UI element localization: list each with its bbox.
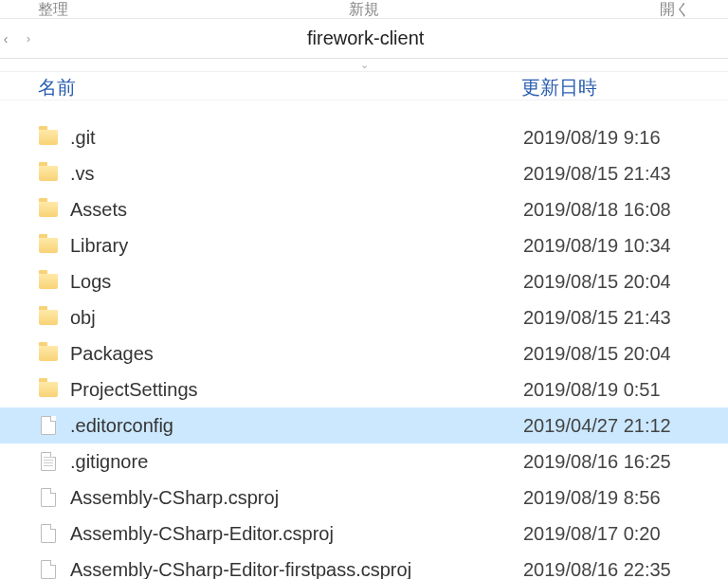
file-row[interactable]: ProjectSettings2019/08/19 0:51: [0, 371, 728, 407]
file-row[interactable]: Packages2019/08/15 20:04: [0, 335, 728, 371]
subheader: ⌄: [0, 59, 728, 72]
folder-icon: [38, 127, 59, 148]
file-row[interactable]: Assembly-CSharp.csproj2019/08/19 8:56: [0, 479, 728, 516]
file-date: 2019/08/15 21:43: [523, 163, 728, 185]
file-date: 2019/08/19 0:51: [523, 379, 728, 401]
file-row[interactable]: Assembly-CSharp-Editor.csproj2019/08/17 …: [0, 516, 728, 552]
folder-icon: [38, 379, 59, 400]
file-name: .gitignore: [70, 451, 523, 473]
folder-icon: [38, 307, 59, 328]
file-row[interactable]: Library2019/08/19 10:34: [0, 227, 728, 263]
file-row[interactable]: obj2019/08/15 21:43: [0, 299, 728, 335]
breadcrumb-current[interactable]: firework-client: [294, 24, 433, 53]
breadcrumb-back-icon: ‹: [2, 31, 9, 46]
file-row[interactable]: Logs2019/08/15 20:04: [0, 263, 728, 299]
file-date: 2019/08/15 21:43: [523, 307, 728, 329]
file-icon: [38, 415, 59, 436]
file-name: Packages: [70, 343, 523, 365]
file-date: 2019/08/19 8:56: [523, 487, 728, 509]
file-date: 2019/08/17 0:20: [523, 523, 728, 545]
file-name: Logs: [70, 271, 523, 293]
ribbon-bar: 整理 新規 開く: [0, 0, 728, 19]
file-name: ProjectSettings: [70, 379, 523, 401]
file-name: Assembly-CSharp-Editor-firstpass.csproj: [70, 559, 523, 580]
file-date: 2019/08/16 16:25: [523, 451, 728, 473]
file-row[interactable]: .git2019/08/19 9:16: [0, 119, 728, 155]
file-icon: [38, 451, 59, 472]
file-date: 2019/08/15 20:04: [523, 271, 728, 293]
file-name: Assets: [70, 199, 523, 221]
breadcrumb[interactable]: ‹ › firework-client: [0, 19, 728, 59]
file-name: .git: [70, 127, 523, 149]
file-row[interactable]: Assembly-CSharp-Editor-firstpass.csproj2…: [0, 552, 728, 579]
file-date: 2019/08/19 10:34: [523, 235, 728, 257]
breadcrumb-current-label: firework-client: [307, 27, 424, 49]
file-date: 2019/08/15 20:04: [523, 343, 728, 365]
ribbon-group-open[interactable]: 開く: [660, 0, 690, 18]
file-name: Assembly-CSharp-Editor.csproj: [70, 523, 523, 545]
file-icon: [38, 523, 59, 544]
ribbon-group-organize[interactable]: 整理: [38, 0, 68, 18]
file-name: obj: [70, 307, 523, 329]
folder-icon: [38, 199, 59, 220]
file-list: .git2019/08/19 9:16.vs2019/08/15 21:43As…: [0, 119, 728, 579]
file-name: .editorconfig: [70, 415, 523, 437]
file-date: 2019/08/16 22:35: [523, 559, 728, 580]
column-header-name[interactable]: 名前: [38, 75, 521, 100]
file-name: Library: [70, 235, 523, 257]
chevron-down-icon[interactable]: ⌄: [360, 59, 369, 71]
file-icon: [38, 559, 59, 579]
file-name: .vs: [70, 163, 523, 185]
file-row[interactable]: .vs2019/08/15 21:43: [0, 155, 728, 191]
folder-icon: [38, 163, 59, 184]
ribbon-group-new[interactable]: 新規: [349, 0, 379, 18]
column-headers: 名前 更新日時: [0, 72, 728, 100]
file-row[interactable]: .editorconfig2019/04/27 21:12: [0, 407, 728, 443]
file-row[interactable]: Assets2019/08/18 16:08: [0, 191, 728, 227]
file-icon: [38, 487, 59, 508]
folder-icon: [38, 343, 59, 364]
breadcrumb-parent[interactable]: ›: [9, 28, 294, 49]
column-header-date[interactable]: 更新日時: [521, 75, 728, 100]
file-date: 2019/08/19 9:16: [523, 127, 728, 149]
file-date: 2019/08/18 16:08: [523, 199, 728, 221]
chevron-right-icon: ›: [27, 32, 30, 45]
folder-icon: [38, 235, 59, 256]
file-row[interactable]: .gitignore2019/08/16 16:25: [0, 443, 728, 479]
file-date: 2019/04/27 21:12: [523, 415, 728, 437]
file-name: Assembly-CSharp.csproj: [70, 487, 523, 509]
folder-icon: [38, 271, 59, 292]
